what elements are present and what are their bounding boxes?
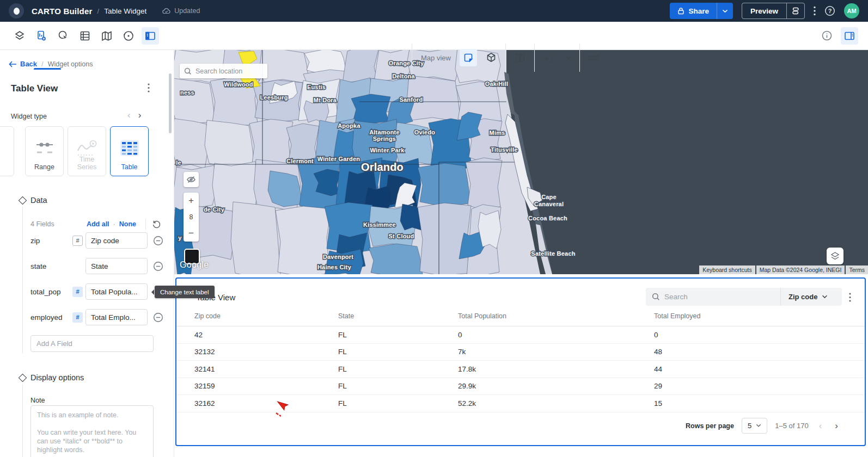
chevron-down-icon [722, 9, 728, 13]
widget-type-carousel: m Range Time Series [0, 126, 174, 178]
widget-menu-button[interactable] [143, 82, 155, 94]
widget-type-next-icon[interactable]: › [138, 110, 142, 121]
city-label: Titusville [491, 146, 517, 153]
table-cell: 44 [654, 365, 865, 373]
city-label: Haines City [317, 264, 352, 270]
layers-tool-icon[interactable] [11, 27, 28, 45]
back-link[interactable]: Back [9, 60, 37, 68]
next-page-button[interactable]: › [832, 421, 841, 431]
map-data-attribution: Map Data ©2024 Google, INEGI [756, 265, 845, 274]
table-cell: FL [338, 365, 458, 373]
widget-type-card-table[interactable]: Table [110, 126, 149, 176]
measure-tool-icon[interactable] [585, 49, 603, 66]
app-title: CARTO Builder [32, 7, 93, 16]
field-row-employed: employed # [30, 309, 161, 325]
city-label: Winter Garden [317, 156, 360, 162]
table-row[interactable]: 42FL00 [176, 326, 865, 344]
info-icon[interactable] [818, 27, 835, 45]
table-cell: FL [338, 382, 458, 390]
avatar[interactable]: AM [844, 3, 859, 18]
widget-type-card-partial[interactable]: m [0, 126, 14, 176]
rows-per-page-select[interactable]: 5 [742, 418, 767, 434]
table-cell: 17.8k [458, 365, 654, 373]
share-dropdown-caret[interactable] [717, 3, 733, 19]
map-search-input[interactable] [195, 67, 261, 75]
pagination-range: 1–5 of 170 [775, 422, 808, 430]
preview-button[interactable]: Preview [742, 3, 786, 18]
table-cell: 0 [654, 331, 865, 339]
table-row[interactable]: 32132FL7k48 [176, 344, 865, 361]
split-map-icon[interactable] [511, 49, 529, 66]
more-options-button[interactable] [814, 6, 816, 16]
widget-type-card-time-series[interactable]: Time Series [68, 126, 106, 176]
share-button[interactable]: Share [670, 3, 733, 19]
field-label-input-employed[interactable] [85, 309, 148, 325]
field-label-input-state[interactable] [85, 258, 148, 274]
add-all-link[interactable]: Add all [87, 220, 109, 228]
widget-type-card-range[interactable]: Range [25, 126, 64, 176]
table-widget-menu-button[interactable] [844, 291, 856, 303]
city-label: Wildwood [224, 81, 253, 88]
layers-icon [830, 251, 840, 261]
basemap-tool-icon[interactable] [98, 27, 115, 45]
table-search-box[interactable] [646, 293, 780, 301]
search-column-dropdown[interactable]: Zip code [781, 293, 835, 301]
choropleth-map: nessWildwoodLeesburgEustisMt DoraOrange … [174, 50, 868, 274]
layer-visibility-button[interactable] [184, 172, 199, 187]
select-tool-caret[interactable] [563, 49, 574, 66]
note-textarea[interactable] [30, 405, 154, 457]
column-header[interactable]: Total Population [458, 312, 654, 326]
add-field-input[interactable] [30, 335, 154, 352]
table-row[interactable]: 32159FL29.9k29 [176, 378, 865, 396]
city-label: Winter Park [370, 147, 405, 153]
table-cell: 52.2k [458, 399, 654, 407]
select-tool-icon[interactable] [540, 49, 558, 66]
carto-logo-icon[interactable] [9, 3, 24, 18]
none-link[interactable]: None [119, 220, 136, 228]
widget-panel-toggle-icon[interactable] [142, 27, 159, 45]
remove-field-button[interactable] [153, 312, 163, 323]
reset-fields-icon[interactable] [152, 220, 161, 229]
remove-field-button[interactable] [153, 261, 163, 271]
city-label: Oak Hill [485, 81, 509, 87]
help-button[interactable]: ? [824, 5, 835, 16]
red-cursor-pointer [274, 400, 289, 417]
interactions-tool-icon[interactable] [54, 27, 72, 45]
table-widget-panel[interactable]: Table View Zip code Zip code State Total… [175, 277, 866, 446]
table-search-input[interactable] [664, 293, 762, 301]
city-label: Leesburg [260, 94, 288, 101]
kebab-icon [814, 6, 816, 16]
previous-page-button[interactable]: ‹ [816, 421, 825, 431]
field-label-input-total-pop[interactable] [85, 283, 148, 300]
zoom-in-button[interactable]: + [184, 193, 199, 209]
zoom-out-button[interactable]: − [184, 225, 199, 242]
map-canvas[interactable]: nessWildwoodLeesburgEustisMt DoraOrange … [174, 50, 868, 274]
widget-type-prev-icon[interactable]: ‹ [127, 110, 131, 121]
right-panel-toggle-icon[interactable] [841, 27, 858, 45]
map-layers-button[interactable] [827, 248, 843, 264]
map-search-box[interactable] [180, 64, 267, 78]
document-title[interactable]: Table Widget [104, 7, 146, 15]
column-header[interactable]: Zip code [194, 312, 338, 326]
preview-mode-toggle[interactable] [786, 3, 804, 18]
table-header-row: Zip code State Total Population Total Em… [176, 312, 865, 326]
builder-toolbar: Map view [0, 22, 868, 50]
animation-tool-icon[interactable] [120, 27, 137, 45]
top-bar: CARTO Builder / Table Widget Updated Sha… [0, 0, 868, 22]
remove-field-button[interactable] [153, 236, 163, 246]
map-2d-icon[interactable] [460, 49, 477, 66]
map-3d-icon[interactable] [482, 49, 500, 66]
widgets-tool-icon[interactable] [33, 27, 50, 45]
keyboard-shortcuts-link[interactable]: Keyboard shortcuts [699, 265, 755, 274]
table-row[interactable]: 32141FL17.8k44 [176, 361, 865, 378]
sidebar-scrollbar[interactable] [169, 73, 172, 133]
field-label-input-zip[interactable] [85, 232, 148, 249]
table-cell: 32141 [194, 365, 338, 373]
column-header[interactable]: State [338, 312, 458, 326]
table-cell: 32159 [194, 382, 338, 390]
column-header[interactable]: Total Employed [654, 312, 865, 326]
legend-tool-icon[interactable] [76, 27, 94, 45]
table-cell: 32162 [194, 399, 338, 407]
terms-link[interactable]: Terms [846, 265, 868, 274]
city-label: Clermont [286, 158, 314, 164]
